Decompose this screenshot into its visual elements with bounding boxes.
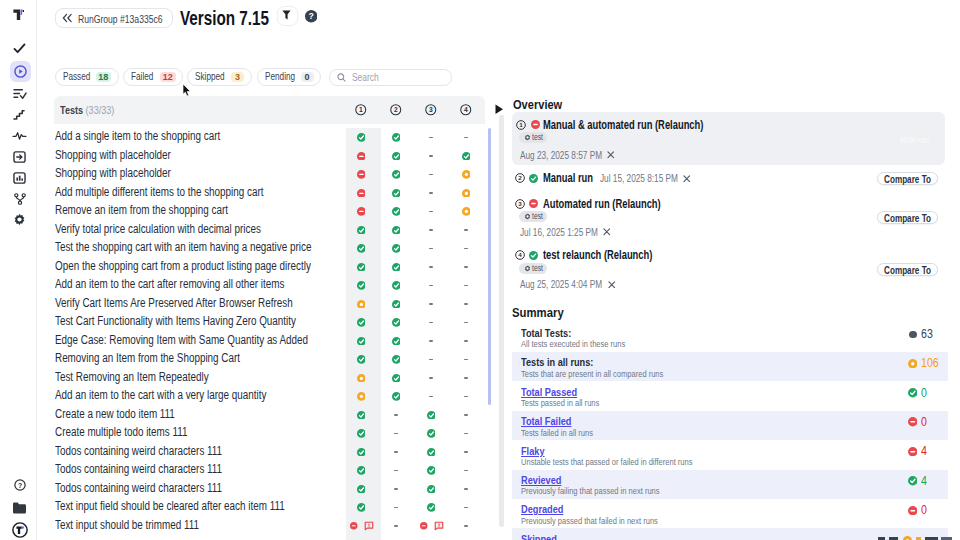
svg-text:2: 2 bbox=[518, 174, 522, 181]
svg-text:4: 4 bbox=[518, 251, 522, 258]
svg-text:2: 2 bbox=[394, 106, 398, 113]
svg-text:?: ? bbox=[18, 482, 22, 489]
svg-text:1: 1 bbox=[359, 106, 363, 113]
svg-text:3: 3 bbox=[429, 106, 433, 113]
svg-text:?: ? bbox=[308, 12, 313, 22]
svg-text:1: 1 bbox=[519, 121, 523, 128]
svg-text:4: 4 bbox=[464, 106, 468, 113]
svg-text:3: 3 bbox=[518, 200, 522, 207]
